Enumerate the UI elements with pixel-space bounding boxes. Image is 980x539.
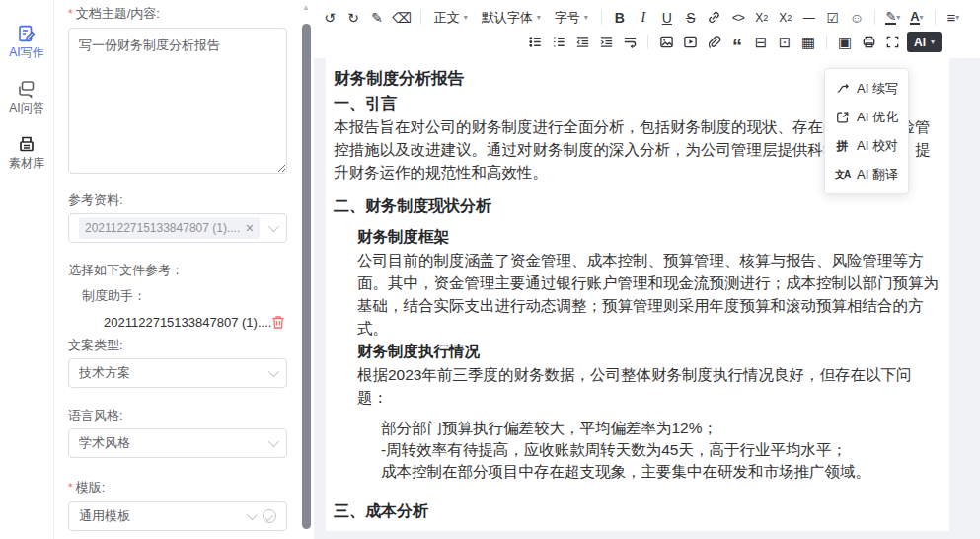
font-family-dropdown[interactable]: 默认字体▾ (475, 7, 548, 29)
annotation-block-button[interactable]: ⊡ (773, 32, 796, 53)
tag-close-icon[interactable]: ✕ (245, 222, 254, 235)
nav-item-ai-writing[interactable]: AI写作 (9, 24, 43, 59)
insert-image-button[interactable] (654, 32, 678, 53)
menu-item-ai-optimize[interactable]: AI 优化 (825, 103, 908, 131)
align-dropdown-button[interactable]: ≡▾ (942, 7, 965, 29)
caret-down-icon: ▾ (584, 13, 588, 22)
material-library-icon (17, 134, 37, 154)
toolbar-row-2: “ ⊟ ⊡ ▦ ▣ AI▾ (318, 31, 976, 53)
print-button[interactable] (857, 32, 880, 53)
numbered-list-button[interactable] (547, 32, 570, 53)
ai-qa-icon (17, 79, 37, 99)
insert-video-button[interactable] (678, 32, 702, 53)
strikethrough-button[interactable]: S (679, 7, 703, 29)
code-block-button[interactable]: ⊟ (749, 32, 773, 53)
caret-down-icon: ▾ (920, 13, 924, 22)
caret-down-icon: ▾ (931, 38, 935, 46)
toolbar-divider (935, 10, 936, 25)
file-group-label: 制度助手： (82, 287, 287, 305)
doc-heading-cost: 三、成本分析 (334, 499, 940, 523)
app-window: AI写作 AI问答 素材库 *文档主题/内容: 写一 (0, 0, 980, 539)
menu-item-ai-translate[interactable]: 文A AI 翻译 (825, 160, 908, 189)
copy-type-label: 文案类型: (68, 338, 287, 352)
numbered-list-icon (552, 35, 566, 49)
highlight-color-button[interactable]: ✎▾ (881, 7, 905, 29)
chevron-down-icon (247, 509, 258, 520)
italic-button[interactable]: I (632, 7, 655, 29)
file-section-label: 选择如下文件参考： (68, 263, 287, 277)
toolbar-divider (826, 35, 827, 49)
ai-tools-button[interactable]: AI▾ (907, 32, 942, 52)
menu-item-ai-continue[interactable]: AI 续写 (825, 74, 908, 103)
reference-file-row: 2021122715133847807 (1).... (104, 315, 287, 330)
required-asterisk: * (68, 481, 73, 495)
attachment-button[interactable] (702, 32, 725, 53)
fullscreen-button[interactable] (880, 32, 904, 53)
printer-icon (862, 35, 876, 49)
delete-file-button[interactable] (271, 315, 285, 330)
embed-frame-button[interactable]: ▣ (833, 32, 857, 53)
translate-icon: 文A (835, 170, 850, 180)
bold-button[interactable]: B (608, 7, 632, 29)
blockquote-button[interactable]: “ (725, 32, 749, 53)
task-checkbox-button[interactable]: ☑ (821, 7, 845, 29)
format-painter-button[interactable]: ✎ (365, 7, 389, 29)
language-style-label: 语言风格: (68, 408, 287, 423)
paperclip-icon (707, 35, 721, 49)
reference-select[interactable]: 2021122715133847807 (1).... ✕ (68, 213, 287, 243)
nav-label: AI问答 (9, 102, 43, 115)
subscript-button[interactable]: X2 (750, 7, 774, 29)
outdent-button[interactable] (570, 32, 594, 53)
code-button[interactable]: <> (726, 7, 750, 29)
clear-format-button[interactable]: ⌫ (389, 7, 415, 29)
reference-tag: 2021122715133847807 (1).... ✕ (79, 217, 260, 239)
indent-button[interactable] (594, 32, 618, 53)
menu-item-ai-proofread[interactable]: 拼 AI 校对 (825, 131, 908, 160)
link-icon (707, 10, 721, 25)
emoji-button[interactable]: ☺ (845, 7, 868, 29)
scroll-up-arrow[interactable]: ▲ (302, 3, 310, 12)
scrollbar-thumb[interactable] (302, 24, 311, 529)
line-break-button[interactable] (618, 32, 641, 53)
doc-heading-status: 二、财务制度现状分析 (334, 193, 940, 218)
status-circle-icon (263, 509, 276, 523)
nav-rail: AI写作 AI问答 素材库 (0, 0, 54, 539)
nav-label: AI写作 (9, 46, 43, 59)
bullet-list-button[interactable] (523, 32, 547, 53)
editor-toolbar: ↺ ↻ ✎ ⌫ 正文▾ 默认字体▾ 字号▾ B I U S (314, 0, 980, 58)
font-color-button[interactable]: A▾ (905, 7, 929, 29)
doc-paragraph-execution: 根据2023年前三季度的财务数据，公司整体财务制度执行情况良好，但存在以下问题： (357, 363, 940, 409)
template-select[interactable]: 通用模板 (68, 501, 287, 531)
continue-writing-icon (835, 82, 850, 96)
insert-table-button[interactable]: ▦ (796, 32, 820, 53)
proofread-icon: 拼 (835, 140, 850, 152)
chevron-down-icon (268, 221, 279, 232)
font-size-dropdown[interactable]: 字号▾ (548, 7, 595, 29)
language-style-select[interactable]: 学术风格 (68, 428, 287, 458)
editor-area: ↺ ↻ ✎ ⌫ 正文▾ 默认字体▾ 字号▾ B I U S (314, 0, 980, 539)
nav-item-material-library[interactable]: 素材库 (9, 134, 44, 170)
template-label: *模版: (68, 480, 287, 496)
caret-down-icon: ▾ (955, 13, 959, 22)
link-button[interactable] (703, 7, 726, 29)
chevron-down-icon (268, 366, 279, 377)
trash-icon (271, 315, 285, 330)
doc-execution-list: 部分部门预算执行偏差较大，平均偏差率为12%； -周转效率有待提高，应收账款周转… (381, 418, 940, 483)
superscript-button[interactable]: X2 (774, 7, 797, 29)
caret-down-icon: ▾ (537, 13, 541, 22)
paragraph-style-dropdown[interactable]: 正文▾ (427, 7, 475, 29)
bullet-list-icon (528, 35, 543, 49)
editor-canvas: 财务制度分析报告 一、引言 本报告旨在对公司的财务制度进行全面分析，包括财务制度… (314, 58, 980, 539)
topic-textarea[interactable]: 写一份财务制度分析报告 (68, 28, 287, 174)
toolbar-divider (601, 10, 602, 25)
horizontal-rule-button[interactable]: — (797, 7, 821, 29)
copy-type-select[interactable]: 技术方案 (68, 358, 287, 388)
fullscreen-icon (885, 35, 900, 49)
underline-button[interactable]: U (655, 7, 679, 29)
ai-writing-icon (17, 24, 37, 43)
undo-button[interactable]: ↺ (318, 7, 341, 29)
required-asterisk: * (68, 7, 73, 21)
nav-label: 素材库 (9, 157, 44, 170)
redo-button[interactable]: ↻ (341, 7, 365, 29)
nav-item-ai-qa[interactable]: AI问答 (9, 79, 43, 115)
